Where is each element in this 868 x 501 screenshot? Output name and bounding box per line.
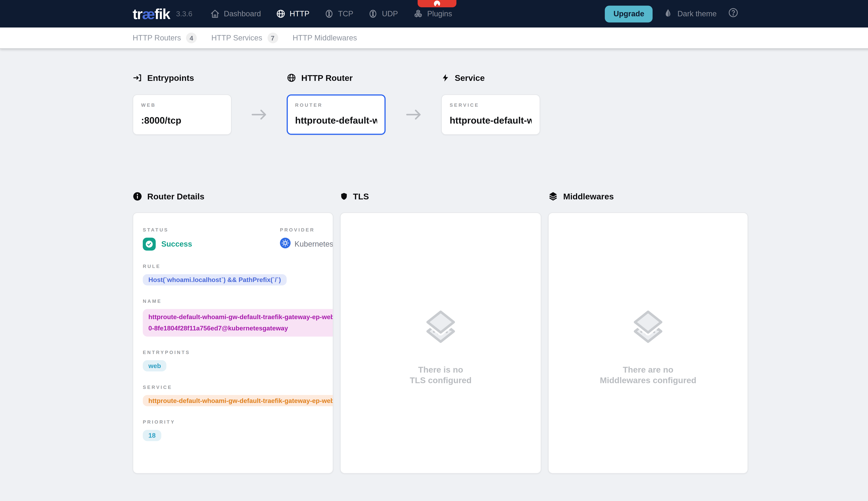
- count-badge: 7: [267, 33, 278, 43]
- name-chip: httproute-default-whoami-gw-default-trae…: [143, 309, 333, 337]
- check-circle-icon: [143, 238, 156, 250]
- ball-icon: [325, 9, 334, 19]
- section-title: Router Details: [147, 191, 204, 201]
- flow-arrow-icon: [405, 108, 422, 123]
- card-label: SERVICE: [449, 102, 532, 108]
- router-value: httproute-default-whoa...: [295, 115, 377, 126]
- router-details-heading: Router Details: [133, 191, 333, 201]
- version-label: 3.3.6: [176, 10, 192, 18]
- kubernetes-wheel-icon: [280, 238, 290, 250]
- subnav: HTTP Routers 4 HTTP Services 7 HTTP Midd…: [0, 28, 868, 49]
- stacked-layers-icon: [631, 310, 666, 347]
- upgrade-button[interactable]: Upgrade: [605, 6, 653, 22]
- theme-toggle-label: Dark theme: [677, 10, 717, 18]
- layers-icon: [548, 191, 558, 201]
- stacked-layers-icon: [423, 310, 458, 347]
- service-heading: Service: [441, 73, 540, 83]
- card-label: ROUTER: [295, 102, 377, 108]
- rule-chip: Host(`whoami.localhost`) && PathPrefix(`…: [143, 274, 286, 286]
- globe-icon: [276, 9, 286, 19]
- tab-label: HTTP Routers: [133, 34, 181, 42]
- router-card[interactable]: ROUTER httproute-default-whoa...: [287, 94, 385, 135]
- main-content: Entrypoints WEB :8000/tcp: [0, 49, 868, 474]
- ball-icon: [368, 9, 378, 19]
- traefik-logo[interactable]: træfik: [133, 7, 170, 21]
- logo-ae: æ: [142, 6, 155, 22]
- priority-label: PRIORITY: [143, 419, 332, 425]
- entrypoints-heading: Entrypoints: [133, 73, 232, 83]
- nav-item-label: HTTP: [289, 10, 309, 18]
- priority-chip: 18: [143, 430, 161, 441]
- service-label: SERVICE: [143, 384, 333, 390]
- provider-value: Kubernetesg: [295, 240, 333, 248]
- entrypoints-label: ENTRYPOINTS: [143, 350, 332, 355]
- middlewares-empty-text: There are no Middlewares configured: [600, 364, 696, 385]
- tls-heading: TLS: [340, 191, 541, 201]
- question-circle-icon: [728, 7, 739, 20]
- cubes-icon: [413, 9, 423, 19]
- traefik-hub-tab[interactable]: [418, 0, 456, 7]
- middlewares-heading: Middlewares: [548, 191, 748, 201]
- entrypoint-card[interactable]: WEB :8000/tcp: [133, 94, 232, 135]
- globe-icon: [287, 73, 296, 82]
- routing-pipeline: Entrypoints WEB :8000/tcp: [133, 73, 748, 135]
- top-navbar: træfik 3.3.6 Dashboard HTTP: [0, 0, 868, 28]
- tab-label: HTTP Middlewares: [293, 34, 357, 42]
- details-section: Router Details STATUS: [133, 191, 748, 474]
- rule-label: RULE: [143, 264, 332, 269]
- primary-nav: Dashboard HTTP TCP: [210, 9, 452, 19]
- shield-icon: [340, 191, 348, 201]
- arrow-into-bracket-icon: [133, 73, 142, 82]
- home-icon: [210, 9, 220, 19]
- contrast-droplet-icon: [664, 8, 673, 19]
- flow-arrow-icon: [251, 108, 267, 123]
- middlewares-card: There are no Middlewares configured: [548, 212, 748, 474]
- nav-item-label: TCP: [338, 10, 353, 18]
- logo-text: tr: [133, 6, 142, 22]
- nav-item-dashboard[interactable]: Dashboard: [210, 9, 261, 19]
- nav-item-udp[interactable]: UDP: [368, 9, 398, 19]
- tls-empty-text: There is no TLS configured: [410, 364, 472, 385]
- name-label: NAME: [143, 298, 332, 304]
- nav-item-label: Plugins: [427, 10, 452, 18]
- card-label: WEB: [141, 102, 223, 108]
- service-chip[interactable]: httproute-default-whoami-gw-default-trae…: [143, 395, 333, 406]
- entrypoint-chip: web: [143, 360, 167, 372]
- tab-http-middlewares[interactable]: HTTP Middlewares: [293, 34, 357, 42]
- section-title: TLS: [353, 191, 369, 201]
- nav-item-tcp[interactable]: TCP: [325, 9, 353, 19]
- status-label: STATUS: [143, 227, 280, 233]
- section-title: HTTP Router: [301, 73, 352, 82]
- status-value: Success: [161, 240, 192, 248]
- section-title: Service: [455, 73, 485, 82]
- entrypoint-value: :8000/tcp: [141, 115, 223, 126]
- provider-label: PROVIDER: [280, 227, 333, 233]
- help-button[interactable]: [728, 7, 739, 20]
- tab-label: HTTP Services: [211, 34, 262, 42]
- tab-http-routers[interactable]: HTTP Routers 4: [133, 33, 197, 43]
- logo-text: fik: [155, 6, 170, 22]
- section-title: Entrypoints: [147, 73, 194, 82]
- nav-item-label: Dashboard: [224, 10, 261, 18]
- app-window: træfik 3.3.6 Dashboard HTTP: [0, 0, 868, 501]
- router-details-card: STATUS Success PROVIDER: [133, 212, 333, 474]
- nav-item-http[interactable]: HTTP: [276, 9, 309, 19]
- theme-toggle[interactable]: Dark theme: [664, 8, 717, 19]
- info-circle-icon: [133, 191, 142, 201]
- nav-item-plugins[interactable]: Plugins: [413, 9, 452, 19]
- http-router-heading: HTTP Router: [287, 73, 385, 83]
- mountain-logo-icon: [434, 1, 440, 7]
- section-title: Middlewares: [563, 191, 614, 201]
- nav-item-label: UDP: [382, 10, 398, 18]
- service-value: httproute-default-whoa...: [449, 115, 532, 126]
- lightning-icon: [441, 73, 450, 82]
- service-card[interactable]: SERVICE httproute-default-whoa...: [441, 94, 540, 135]
- count-badge: 4: [186, 33, 197, 43]
- tab-http-services[interactable]: HTTP Services 7: [211, 33, 278, 43]
- tls-card: There is no TLS configured: [340, 212, 541, 474]
